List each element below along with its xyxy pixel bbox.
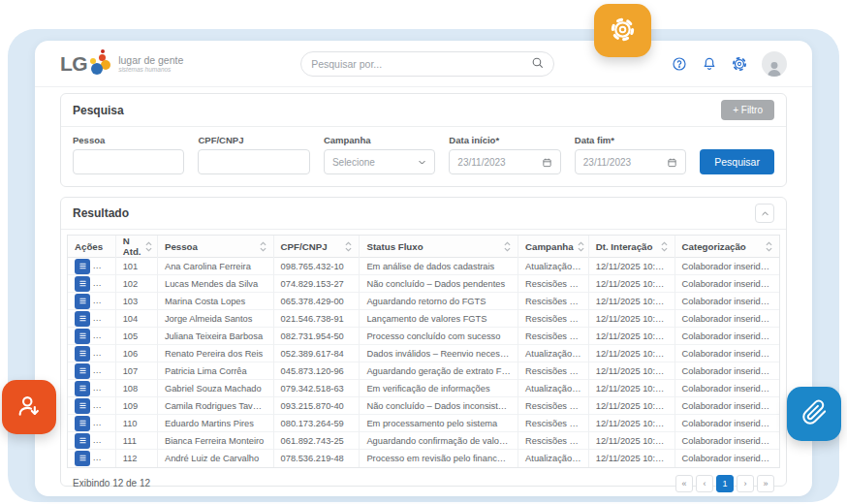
row-edit-button[interactable] — [97, 398, 112, 414]
data-fim-input[interactable]: 23/11/2023 — [575, 149, 686, 174]
row-details-button[interactable] — [75, 346, 90, 362]
pagination: « ‹ 1 › » — [675, 475, 774, 492]
cell-status-fluxo: Em verificação de informações — [360, 380, 518, 397]
cell-acoes — [68, 275, 115, 293]
row-edit-button[interactable] — [97, 294, 112, 309]
table-row: 102 Lucas Mendes da Silva 074.829.153-27… — [68, 275, 779, 293]
cell-campanha: Rescisões LG — [518, 328, 589, 345]
page-next-button[interactable]: › — [737, 475, 754, 492]
cell-acoes — [68, 415, 115, 432]
cell-cpf-cnpj: 074.829.153-27 — [273, 275, 360, 293]
calendar-icon — [667, 157, 677, 168]
row-edit-button[interactable] — [97, 416, 112, 431]
campanha-label: Campanha — [324, 135, 435, 145]
list-icon — [78, 451, 87, 465]
row-edit-button[interactable] — [97, 329, 112, 344]
row-edit-button[interactable] — [97, 311, 112, 327]
cell-dt-interacao: 12/11/2025 10:31:07 — [588, 310, 674, 328]
column-header-status-fluxo[interactable]: Status Fluxo — [360, 236, 518, 258]
row-details-button[interactable] — [75, 381, 90, 396]
cell-categorizacao: Colaborador inserido SaaS — [674, 450, 779, 467]
cell-pessoa: Eduardo Martins Pires — [157, 415, 273, 432]
campanha-select[interactable]: Selecione — [324, 149, 435, 174]
cell-dt-interacao: 12/11/2025 10:47:30 — [588, 432, 674, 450]
cell-pessoa: Marina Costa Lopes — [157, 293, 273, 310]
row-edit-button[interactable] — [97, 259, 112, 274]
pencil-icon — [100, 451, 109, 465]
help-icon[interactable] — [672, 56, 687, 72]
cell-status-fluxo: Processo em revisão pelo financeiro — [360, 450, 518, 467]
sort-icon[interactable] — [345, 241, 352, 252]
cell-acoes — [68, 293, 115, 310]
column-header-categorizacao[interactable]: Categorização — [674, 236, 779, 258]
cell-campanha: Rescisões LG — [518, 310, 589, 328]
search-input[interactable] — [311, 58, 531, 70]
row-details-button[interactable] — [75, 416, 90, 431]
cpf-cnpj-input[interactable] — [198, 149, 309, 174]
logo-text: lugar de gente sistemas humanos — [118, 54, 183, 74]
data-fim-value: 23/11/2023 — [583, 157, 631, 168]
column-header-campanha[interactable]: Campanha — [518, 236, 589, 258]
cell-status-fluxo: Em análise de dados cadastrais — [360, 258, 518, 275]
row-edit-button[interactable] — [97, 433, 112, 449]
row-details-button[interactable] — [75, 276, 90, 292]
row-details-button[interactable] — [75, 329, 90, 344]
pencil-icon — [100, 416, 109, 430]
row-details-button[interactable] — [75, 294, 90, 309]
filters-title: Pesquisa — [73, 104, 124, 117]
logo-subtitle: sistemas humanos — [118, 66, 183, 73]
results-panel-header: Resultado — [61, 198, 786, 230]
cell-dt-interacao: 12/11/2025 10:46:12 — [588, 415, 674, 432]
page-1-button[interactable]: 1 — [716, 475, 734, 492]
cell-dt-interacao: 12/11/2025 10:33:22 — [588, 328, 674, 345]
column-header-dt-interacao[interactable]: Dt. Interação — [588, 236, 674, 258]
search-submit-button[interactable]: Pesquisar — [700, 149, 774, 174]
chevron-up-icon — [761, 206, 769, 221]
row-details-button[interactable] — [75, 259, 90, 274]
row-edit-button[interactable] — [97, 346, 112, 362]
main-content: Pesquisa + Filtro Pessoa CPF/CNPJ Campan… — [35, 87, 812, 496]
page-first-button[interactable]: « — [675, 475, 693, 492]
bell-icon[interactable] — [702, 56, 717, 72]
pessoa-input[interactable] — [73, 149, 184, 174]
sort-icon[interactable] — [578, 241, 584, 252]
fab-person-export-button[interactable] — [2, 380, 56, 434]
add-filter-button[interactable]: + Filtro — [721, 100, 774, 120]
row-edit-button[interactable] — [97, 451, 112, 466]
sort-icon[interactable] — [260, 241, 267, 252]
row-edit-button[interactable] — [97, 276, 112, 292]
cell-dt-interacao: 12/11/2025 10:42:36 — [588, 397, 674, 415]
data-inicio-input[interactable]: 23/11/2023 — [449, 149, 560, 174]
cell-status-fluxo: Aguardando retorno do FGTS — [360, 293, 518, 310]
cell-categorizacao: Colaborador inserido SaaS — [674, 258, 779, 275]
pencil-icon — [100, 329, 109, 343]
column-header-acoes[interactable]: Ações — [68, 236, 115, 258]
column-header-pessoa[interactable]: Pessoa — [157, 236, 273, 258]
row-details-button[interactable] — [75, 363, 90, 379]
page-prev-button[interactable]: ‹ — [696, 475, 713, 492]
fab-attachments-button[interactable] — [787, 387, 841, 441]
sort-icon[interactable] — [661, 241, 668, 252]
fab-settings-button[interactable] — [594, 4, 651, 57]
avatar[interactable] — [762, 51, 787, 77]
row-details-button[interactable] — [75, 451, 90, 466]
header-search[interactable] — [300, 51, 554, 77]
cell-campanha: Rescisões LG — [518, 275, 589, 293]
collapse-button[interactable] — [755, 204, 774, 223]
row-details-button[interactable] — [75, 311, 90, 327]
column-header-cpf-cnpj[interactable]: CPF/CNPJ — [273, 236, 360, 258]
row-edit-button[interactable] — [97, 381, 112, 396]
page-last-button[interactable]: » — [757, 475, 774, 492]
sort-icon[interactable] — [766, 241, 772, 252]
sort-icon[interactable] — [504, 241, 511, 252]
cell-cpf-cnpj: 065.378.429-00 — [273, 293, 360, 310]
row-details-button[interactable] — [75, 398, 90, 414]
column-header-n-atd[interactable]: N Atd. — [115, 236, 157, 258]
gear-icon[interactable] — [732, 56, 747, 72]
sort-icon[interactable] — [145, 241, 152, 252]
row-details-button[interactable] — [75, 433, 90, 449]
pencil-icon — [100, 363, 109, 378]
cell-dt-interacao: 12/11/2025 10:49:18 — [588, 450, 674, 467]
row-edit-button[interactable] — [97, 363, 112, 379]
cell-dt-interacao: 12/11/2025 10:35:44 — [588, 345, 674, 362]
